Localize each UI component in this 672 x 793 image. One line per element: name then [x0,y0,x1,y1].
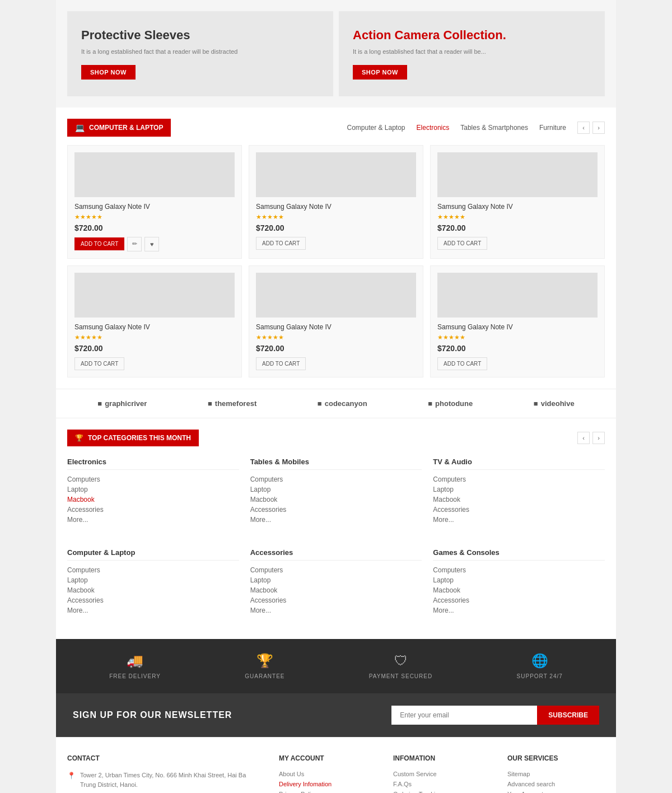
cat-item[interactable]: Laptop [67,576,239,584]
products-section-header: 💻 COMPUTER & LAPTOP Computer & Laptop El… [67,119,605,137]
cat-item[interactable]: Macbook [250,586,422,594]
add-cart-btn-2[interactable]: ADD TO CART [256,237,306,250]
photodune-icon: ■ [428,399,432,408]
product-price-3: $720.00 [437,223,598,232]
tab-furniture[interactable]: Furniture [539,124,566,132]
cat-item[interactable]: More... [433,516,605,524]
footer-address-row: 📍 Tower 2, Urban Times City, No. 666 Min… [67,771,262,794]
brand-videohive[interactable]: ■ videohive [534,399,575,408]
brand-graphicriver[interactable]: ■ graphicriver [97,399,147,408]
brand-codecanyon[interactable]: ■ codecanyon [318,399,367,408]
brand-themeforest-label: themeforest [215,399,256,408]
cat-item[interactable]: Laptop [250,486,422,493]
cat-item[interactable]: Computers [250,566,422,574]
footer-link-account[interactable]: Your Account [507,791,605,794]
cat-item[interactable]: Accessories [433,506,605,514]
categories-grid: Electronics Computers Laptop Macbook Acc… [67,458,605,628]
wishlist-icon-btn-1[interactable]: ♥ [144,237,159,251]
newsletter-subscribe-btn[interactable]: SUBSCRIBE [537,706,599,725]
laptop-icon: 💻 [75,123,85,132]
payment-secured-icon: 🛡 [394,653,408,669]
product-name-5: Samsung Galaxy Note IV [256,323,416,331]
footer-link-faqs[interactable]: F.A.Qs [393,781,491,787]
tab-electronics[interactable]: Electronics [417,124,450,132]
footer-link-about[interactable]: About Us [279,771,376,777]
product-actions-3: ADD TO CART [437,237,598,250]
hero-card-2: Action Camera Collection. It is a long e… [339,11,605,96]
footer-link-custom-svc[interactable]: Custom Service [393,771,491,777]
cat-item[interactable]: Laptop [67,486,239,493]
cat-item[interactable]: Accessories [67,596,239,604]
tab-tables-smartphones[interactable]: Tables & Smartphones [460,124,528,132]
products-next-arrow[interactable]: › [592,122,605,134]
cat-item[interactable]: Macbook [433,586,605,594]
cat-group-games: Games & Consoles Computers Laptop Macboo… [433,548,605,617]
delivery-icon: 🚚 [127,653,143,669]
product-image-6 [437,273,598,318]
product-stars-4: ★★★★★ [74,334,235,341]
newsletter-email-input[interactable] [391,706,537,725]
categories-title: 🏆 TOP CATEGORIES THIS MONTH [67,430,199,446]
product-stars-5: ★★★★★ [256,334,416,341]
cat-item[interactable]: Macbook [433,496,605,503]
edit-icon-btn-1[interactable]: ✏ [127,237,142,251]
cat-item[interactable]: More... [433,607,605,614]
cat-list-games: Computers Laptop Macbook Accessories Mor… [433,566,605,614]
cat-item[interactable]: Computers [433,566,605,574]
add-cart-btn-6[interactable]: ADD TO CART [437,357,487,370]
footer-contact-title: CONTACT [67,754,262,762]
hero-card-1-title: Protective Sleeves [81,28,319,43]
cat-item[interactable]: More... [67,516,239,524]
cat-item[interactable]: Laptop [433,486,605,493]
footer-grid: CONTACT 📍 Tower 2, Urban Times City, No.… [67,754,605,794]
cat-list-tables: Computers Laptop Macbook Accessories Mor… [250,475,422,524]
cat-group-electronics: Electronics Computers Laptop Macbook Acc… [67,458,239,526]
brand-themeforest[interactable]: ■ themeforest [208,399,256,408]
hero-card-2-shop-btn[interactable]: SHOP NOW [353,65,407,80]
cat-item[interactable]: Macbook [250,496,422,503]
categories-next-arrow[interactable]: › [592,432,605,444]
cat-item[interactable]: More... [250,516,422,524]
cat-item[interactable]: Accessories [67,506,239,514]
cat-item[interactable]: Accessories [250,596,422,604]
cat-item[interactable]: Macbook [67,586,239,594]
service-guarantee-label: GUARANTEE [245,673,284,679]
add-cart-btn-3[interactable]: ADD TO CART [437,237,487,250]
footer: CONTACT 📍 Tower 2, Urban Times City, No.… [56,737,616,794]
cat-item[interactable]: Accessories [250,506,422,514]
product-name-3: Samsung Galaxy Note IV [437,203,598,211]
add-cart-btn-5[interactable]: ADD TO CART [256,357,306,370]
cat-item-active[interactable]: Macbook [67,496,239,503]
cat-item[interactable]: Accessories [433,596,605,604]
products-section-title: 💻 COMPUTER & LAPTOP [67,119,171,137]
footer-link-advanced[interactable]: Advanced search [507,781,605,787]
cat-item[interactable]: Computers [433,475,605,483]
footer-link-sitemap[interactable]: Sitemap [507,771,605,777]
product-stars-2: ★★★★★ [256,213,416,221]
footer-link-privacy[interactable]: Privacy Policy [279,791,376,794]
footer-link-ordering[interactable]: Ordering Tracking [393,791,491,794]
footer-address: Tower 2, Urban Times City, No. 666 Minh … [80,771,262,790]
cat-item[interactable]: Computers [67,475,239,483]
hero-card-1-shop-btn[interactable]: SHOP NOW [81,65,136,80]
cat-item[interactable]: Computers [250,475,422,483]
product-price-2: $720.00 [256,223,416,232]
add-cart-btn-4[interactable]: ADD TO CART [74,357,124,370]
footer-link-delivery[interactable]: Delivery Infomation [279,781,376,787]
cat-item[interactable]: More... [67,607,239,614]
cat-item[interactable]: Laptop [250,576,422,584]
cat-item[interactable]: Computers [67,566,239,574]
product-stars-1: ★★★★★ [74,213,235,221]
add-cart-btn-1[interactable]: ADD TO CART [74,237,124,250]
products-prev-arrow[interactable]: ‹ [577,122,590,134]
tab-computer-laptop[interactable]: Computer & Laptop [347,124,405,132]
brand-photodune[interactable]: ■ photodune [428,399,473,408]
footer-account: MY ACCOUNT About Us Delivery Infomation … [279,754,376,794]
cat-item[interactable]: Laptop [433,576,605,584]
categories-header: 🏆 TOP CATEGORIES THIS MONTH ‹ › [67,430,605,446]
cat-item[interactable]: More... [250,607,422,614]
brand-videohive-label: videohive [541,399,575,408]
brand-codecanyon-label: codecanyon [325,399,367,408]
categories-prev-arrow[interactable]: ‹ [577,432,590,444]
product-image-4 [74,273,235,318]
